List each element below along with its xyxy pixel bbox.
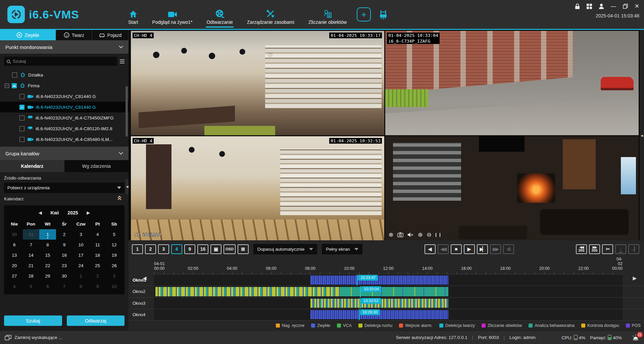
calendar-day-9[interactable]: 9	[89, 281, 106, 292]
calendar-day-3[interactable]: 3	[106, 271, 122, 281]
nav-item-odtwarzanie[interactable]: Odtwarzanie	[206, 9, 234, 26]
calendar-day-4[interactable]: 4	[6, 281, 23, 292]
calendar-day-8[interactable]: 8	[39, 240, 56, 250]
fit-mode-dropdown[interactable]: Dopasuj automatycznie	[253, 244, 317, 254]
calendar-day-4[interactable]: 4	[89, 229, 106, 240]
section-monitoring-point[interactable]: Punkt monitorowania	[0, 40, 129, 54]
playhead[interactable]	[357, 275, 357, 286]
calendar-day-12[interactable]: 12	[106, 240, 122, 250]
video-cell-1[interactable]: CH-HD 4 01-04-2025 10:33:17	[131, 31, 384, 135]
user-icon[interactable]	[599, 3, 604, 9]
playback-source-dropdown[interactable]: Pobierz z urządzenia	[4, 183, 125, 193]
close-popups-button[interactable]: Zamknij wyskakujące ...	[5, 335, 62, 340]
calendar-day-11[interactable]: 11	[89, 240, 106, 250]
checkbox[interactable]	[19, 126, 24, 131]
calendar-day-2[interactable]: 2	[89, 271, 106, 281]
calendar-day-3[interactable]: 3	[72, 229, 89, 240]
calendar-day-9[interactable]: 9	[56, 240, 73, 250]
apps-grid-icon[interactable]	[587, 4, 592, 9]
checkbox[interactable]	[12, 83, 17, 88]
add-tab-button[interactable]: +	[357, 7, 371, 21]
calendar-day-27[interactable]: 27	[6, 271, 23, 281]
checkbox[interactable]	[19, 94, 24, 99]
calendar-day-7[interactable]: 7	[23, 240, 40, 250]
calendar-day-1[interactable]: 1	[39, 229, 56, 240]
play-backward-button[interactable]: ◀	[425, 244, 436, 254]
close-icon[interactable]: ✕	[635, 3, 639, 10]
minimize-icon[interactable]: —	[611, 5, 616, 8]
collapse-node-icon[interactable]: −	[5, 84, 9, 88]
calendar-day-5[interactable]: 5	[106, 229, 122, 240]
filter-icon[interactable]	[120, 59, 125, 64]
calendar-day-24[interactable]: 24	[72, 260, 89, 271]
download-button[interactable]: ↓	[615, 244, 626, 254]
mute-icon[interactable]	[407, 232, 414, 237]
lock-icon[interactable]	[575, 3, 580, 9]
timeline-track-okno1[interactable]: 10:23:47	[154, 275, 623, 286]
calendar-day-18[interactable]: 18	[89, 250, 106, 260]
layout-2-button[interactable]: 2	[145, 244, 156, 254]
calendar-day-28[interactable]: 28	[23, 271, 40, 281]
checkbox[interactable]	[19, 137, 24, 142]
calendar-day-21[interactable]: 21	[23, 260, 40, 271]
alarm-center-icon[interactable]: 21	[632, 334, 639, 341]
right-panel-collapse-handle[interactable]: ◀	[640, 30, 644, 241]
calendar-day-6[interactable]: 6	[6, 240, 23, 250]
nav-item-podgl-d-na-ywo1[interactable]: Podgląd na żywo1*	[152, 9, 193, 26]
video-cell-4[interactable]: ⊗ ⊕ ⊖	[385, 136, 639, 241]
calendar-day-17[interactable]: 17	[72, 250, 89, 260]
timeline-track-okno2[interactable]: 10:33:04	[154, 286, 623, 297]
close-all-windows-button[interactable]: ⊠	[238, 244, 249, 254]
back-30s-button[interactable]: ◀◀30S	[576, 244, 587, 254]
video-cell-3[interactable]: CH-HD 4 01-04-2025 10:32:53 X1 PRED300	[131, 136, 384, 241]
calendar-day-30[interactable]: 30	[6, 229, 23, 240]
close-stream-icon[interactable]: ⊗	[389, 231, 393, 238]
calendar-next-icon[interactable]: ▶	[87, 210, 90, 215]
sidebar-tab-twarz[interactable]: Twarz	[56, 30, 92, 40]
fullscreen-icon[interactable]	[436, 233, 440, 237]
fast-forward-button[interactable]: ▶▶	[490, 244, 501, 254]
playhead[interactable]	[360, 298, 360, 309]
play-button[interactable]: Odtwarzaj	[67, 315, 125, 326]
calendar-day-10[interactable]: 10	[106, 281, 122, 292]
screen-mode-dropdown[interactable]: Pełny ekran	[322, 244, 362, 254]
video-cell-2[interactable]: 01-04-2025 10:33:04 i6_6-C734P_IZAFG	[385, 31, 639, 135]
tree-item-i6-6-n40232uh2v-c81440-g[interactable]: i6.6-N40232UH2V_C81440 G	[0, 102, 129, 112]
calendar-day-19[interactable]: 19	[106, 250, 122, 260]
checkbox[interactable]	[12, 72, 17, 78]
layout-9-button[interactable]: 9	[184, 244, 195, 254]
playhead[interactable]	[359, 309, 359, 320]
stop-button[interactable]: ■	[451, 244, 462, 254]
search-input[interactable]: Szukaj	[4, 57, 117, 66]
calendar-day-31[interactable]: 31	[23, 229, 40, 240]
calendar-day-16[interactable]: 16	[56, 250, 73, 260]
layout-3-button[interactable]: 3	[158, 244, 169, 254]
snapshot-icon[interactable]	[397, 232, 403, 237]
nav-item-zliczanie-obiekt-w[interactable]: Zliczanie obiektów	[308, 9, 347, 26]
forward-30s-button[interactable]: ▶▶30S	[589, 244, 600, 254]
brush-icon[interactable]	[378, 9, 389, 20]
calendar-day-25[interactable]: 25	[89, 260, 106, 271]
tab-kalendarz[interactable]: Kalendarz	[0, 160, 64, 172]
calendar-day-29[interactable]: 29	[39, 271, 56, 281]
multi-screen-button[interactable]: ▣	[210, 244, 221, 254]
layout-1-button[interactable]: 1	[132, 244, 143, 254]
calendar-day-2[interactable]: 2	[56, 229, 73, 240]
nav-item-zarz-dzanie-zasobami[interactable]: Zarządzanie zasobami	[246, 9, 295, 26]
osd-toggle-button[interactable]: OSD	[224, 244, 236, 254]
sidebar-tab-zwyk-e[interactable]: Zwykłe	[0, 30, 56, 40]
speed-button[interactable]: x1	[503, 244, 514, 254]
play-button[interactable]: ▶	[464, 244, 475, 254]
timeline-track-okno4[interactable]: 10:29:30	[154, 309, 623, 320]
calendar-day-30[interactable]: 30	[56, 271, 73, 281]
timeline-track-okno3[interactable]: 10:32:53	[154, 298, 623, 309]
timeline-scroll-left-icon[interactable]: ◀	[143, 275, 147, 281]
layout-4-button[interactable]: 4	[171, 244, 182, 254]
tree-item-dzia-ka[interactable]: Działka	[0, 69, 129, 80]
tree-item-i6-6-n40232uh2v-c81440-g[interactable]: i6.6-N40232UH2V_C81440 G	[0, 91, 129, 102]
calendar-day-13[interactable]: 13	[6, 250, 23, 260]
calendar-day-10[interactable]: 10	[72, 240, 89, 250]
clip-button[interactable]: ✂	[602, 244, 613, 254]
tree-item-i6-6-n40232uh2v-i6-4-c80120-im2-8[interactable]: i6.6-N40232UH2V_i6.4-C80120-IM2.8	[0, 123, 129, 134]
collapse-calendar-icon[interactable]	[118, 196, 122, 201]
